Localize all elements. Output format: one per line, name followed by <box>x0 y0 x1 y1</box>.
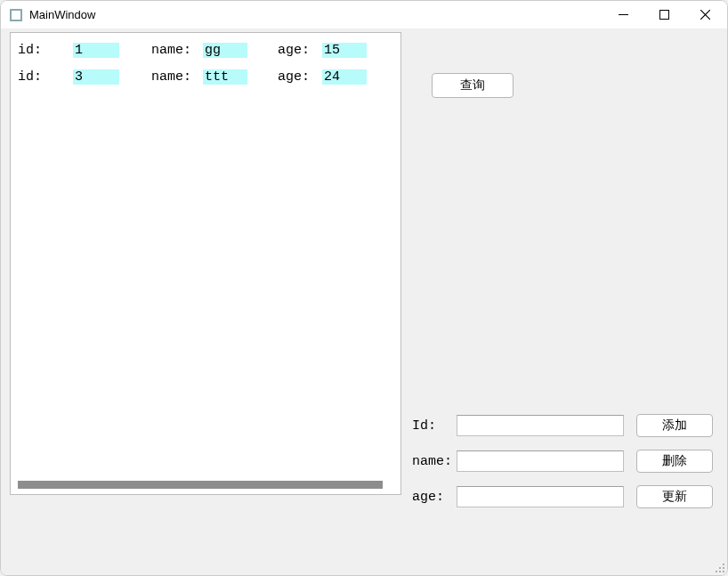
row1-age-label: age: <box>278 69 322 85</box>
row1-id-value: 3 <box>73 69 119 85</box>
row0-name-value: gg <box>203 43 247 58</box>
form-row-name: name: 删除 <box>412 450 718 473</box>
app-icon <box>10 9 22 21</box>
main-window: MainWindow id: 1 name: gg age: 1 <box>0 0 728 576</box>
id-label: Id: <box>412 418 457 434</box>
titlebar[interactable]: MainWindow <box>1 1 727 28</box>
list-inner: id: 1 name: gg age: 15 id: 3 name: ttt a… <box>11 33 400 97</box>
row0-id-label: id: <box>18 43 73 58</box>
svg-point-2 <box>723 564 724 565</box>
name-label: name: <box>412 454 457 469</box>
minimize-button[interactable] <box>603 1 643 28</box>
close-button[interactable] <box>684 1 725 28</box>
form-row-age: age: 更新 <box>412 485 718 508</box>
client-area: id: 1 name: gg age: 15 id: 3 name: ttt a… <box>1 28 727 575</box>
svg-point-5 <box>716 571 717 572</box>
resize-grip-icon[interactable] <box>713 561 725 573</box>
right-panel: 查询 Id: 添加 name: 删除 age: 更新 <box>412 32 718 566</box>
age-input[interactable] <box>457 486 624 507</box>
id-input[interactable] <box>457 415 624 436</box>
svg-rect-0 <box>619 14 628 15</box>
svg-point-4 <box>723 567 724 569</box>
query-button[interactable]: 查询 <box>432 73 514 98</box>
svg-point-3 <box>719 567 721 569</box>
row1-age-value: 24 <box>322 69 367 85</box>
age-label: age: <box>412 490 457 505</box>
name-input[interactable] <box>457 450 624 472</box>
row0-id-value: 1 <box>73 43 119 58</box>
window-title: MainWindow <box>29 8 603 21</box>
delete-button[interactable]: 删除 <box>636 450 713 473</box>
form-row-id: Id: 添加 <box>412 414 718 437</box>
row1-name-value: ttt <box>203 69 247 85</box>
svg-rect-1 <box>659 11 668 20</box>
row1-id-label: id: <box>18 69 73 85</box>
list-row[interactable]: id: 1 name: gg age: 15 <box>18 38 393 61</box>
horizontal-scrollbar[interactable] <box>18 481 383 489</box>
row0-age-value: 15 <box>322 43 367 58</box>
window-controls <box>603 1 725 28</box>
svg-point-7 <box>723 571 724 572</box>
svg-point-6 <box>719 571 721 572</box>
list-panel[interactable]: id: 1 name: gg age: 15 id: 3 name: ttt a… <box>10 32 401 495</box>
update-button[interactable]: 更新 <box>636 485 713 508</box>
list-row[interactable]: id: 3 name: ttt age: 24 <box>18 65 393 88</box>
row0-age-label: age: <box>278 43 322 58</box>
row0-name-label: name: <box>151 43 203 58</box>
form: Id: 添加 name: 删除 age: 更新 <box>412 414 718 508</box>
add-button[interactable]: 添加 <box>636 414 713 437</box>
maximize-button[interactable] <box>643 1 684 28</box>
row1-name-label: name: <box>151 69 203 85</box>
